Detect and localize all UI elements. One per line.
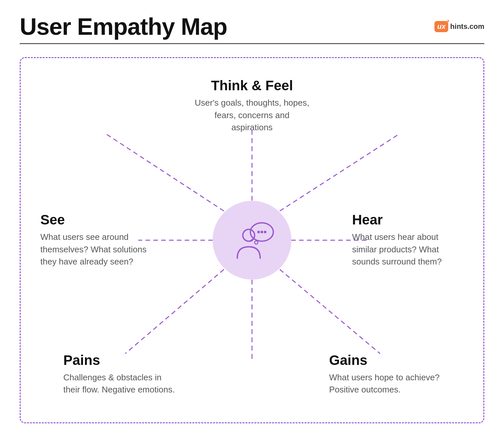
pains-title: Pains [63,352,175,368]
svg-line-6 [280,269,380,354]
see-title: See [40,212,152,228]
think-feel-title: Think & Feel [193,78,311,94]
user-speech-icon [227,216,277,265]
logo-sparks-icon: ✦ [446,18,450,24]
gains-title: Gains [329,352,441,368]
svg-point-13 [255,241,258,244]
section-pains: Pains Challenges & obstacles in their fl… [63,352,175,396]
section-see: See What users see around themselves? Wh… [40,212,152,268]
section-gains: Gains What users hope to achieve? Positi… [329,352,441,396]
logo-domain-text: hints.com [450,22,484,31]
page-header: User Empathy Map ✦ ux hints.com [20,13,484,40]
svg-point-12 [264,231,266,233]
logo: ✦ ux hints.com [434,21,484,32]
svg-point-10 [257,231,260,233]
pains-body: Challenges & obstacles in their flow. Ne… [63,371,175,396]
empathy-map: Think & Feel User's goals, thoughts, hop… [20,57,484,423]
section-hear: Hear What users hear about similar produ… [352,212,464,268]
section-think-feel: Think & Feel User's goals, thoughts, hop… [193,78,311,134]
logo-box: ✦ ux [434,21,448,32]
think-feel-body: User's goals, thoughts, hopes, fears, co… [193,97,311,134]
header-divider [20,43,484,44]
svg-line-3 [106,134,224,211]
hear-title: Hear [352,212,464,228]
hear-body: What users hear about similar products? … [352,231,464,268]
page-title: User Empathy Map [20,13,227,40]
svg-point-11 [261,231,263,233]
gains-body: What users hope to achieve? Positive out… [329,371,441,396]
center-user-circle [213,201,291,280]
svg-line-5 [125,269,224,354]
see-body: What users see around themselves? What s… [40,231,152,268]
logo-ux-text: ux [437,22,446,31]
svg-line-4 [280,134,400,211]
